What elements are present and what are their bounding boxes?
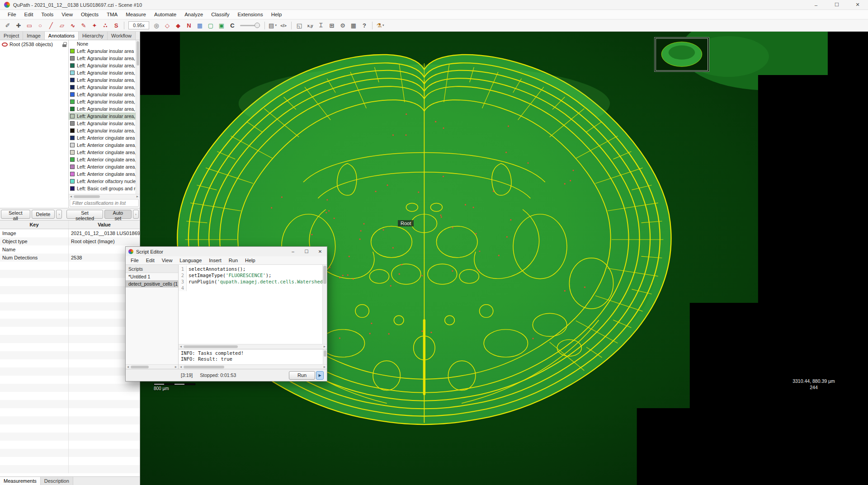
show-detections-icon[interactable]: ▢	[206, 20, 216, 30]
selection-mode-icon[interactable]: S	[111, 20, 121, 30]
brush-tool-icon[interactable]: ✎	[79, 20, 89, 30]
tab-annotations[interactable]: Annotations	[45, 32, 79, 40]
tab-workflow[interactable]: Workflow	[108, 32, 136, 40]
menu-help[interactable]: Help	[267, 10, 286, 19]
scroll-right-icon[interactable]: ►	[322, 365, 327, 369]
classification-item[interactable]: Left: Agranular insular area, d	[69, 84, 136, 91]
scroll-left-icon[interactable]: ◄	[69, 194, 73, 199]
extensions-icon[interactable]: ⚗▾	[375, 20, 385, 30]
menu-classify[interactable]: Classify	[207, 10, 233, 19]
menu-objects[interactable]: Objects	[77, 10, 103, 19]
minimize-button[interactable]: –	[806, 0, 826, 9]
script-menu-file[interactable]: File	[127, 258, 142, 263]
menu-analyze[interactable]: Analyze	[180, 10, 207, 19]
classification-item[interactable]: Left: Anterior cingulate area, d	[69, 149, 136, 156]
fill-detections-icon[interactable]: ▣	[217, 20, 226, 30]
script-editor-minimize-button[interactable]: –	[286, 247, 300, 256]
classification-item[interactable]: Left: Anterior cingulate area, d	[69, 141, 136, 149]
scroll-left-icon[interactable]: ◄	[179, 365, 183, 369]
scroll-left-icon[interactable]: ◄	[126, 365, 130, 369]
help-icon[interactable]: ?	[359, 20, 369, 30]
classification-item[interactable]: Left: Anterior cingulate area, d	[69, 170, 136, 178]
more-button[interactable]: ›	[56, 210, 62, 219]
show-location-icon[interactable]: x,y	[305, 20, 315, 30]
classification-list-vscrollbar[interactable]	[136, 40, 140, 194]
classification-item[interactable]: Left: Agranular insular area, d	[69, 69, 136, 76]
table-row[interactable]: Num Detections2538	[0, 254, 140, 262]
script-menu-insert[interactable]: Insert	[205, 258, 225, 263]
run-button[interactable]: Run	[289, 371, 315, 380]
show-names-icon[interactable]: N	[184, 20, 194, 30]
line-tool-icon[interactable]: ╱	[46, 20, 56, 30]
code-vscrollbar[interactable]	[322, 265, 327, 344]
table-row[interactable]: Image2021_01_12__0138 LUS018697.czi ...	[0, 229, 140, 237]
preferences-icon[interactable]: ⚙	[338, 20, 348, 30]
tab-description[interactable]: Description	[41, 477, 73, 485]
close-button[interactable]: ✕	[847, 0, 868, 9]
scripts-list[interactable]: *Untitled 1detect_positive_cells (1).gro	[126, 273, 178, 364]
classification-item[interactable]: Left: Agranular insular area, d	[69, 76, 136, 84]
menu-measure[interactable]: Measure	[122, 10, 150, 19]
tab-hierarchy[interactable]: Hierarchy	[79, 32, 108, 40]
script-menu-edit[interactable]: Edit	[142, 258, 158, 263]
points-tool-icon[interactable]: ∴	[100, 20, 110, 30]
scroll-right-icon[interactable]: ►	[322, 344, 327, 349]
script-menu-help[interactable]: Help	[241, 258, 259, 263]
run-options-button[interactable]: ▶	[316, 371, 324, 380]
polyline-tool-icon[interactable]: ∿	[68, 20, 78, 30]
tab-project[interactable]: Project	[0, 32, 23, 40]
polygon-tool-icon[interactable]: ▱	[57, 20, 67, 30]
more-button[interactable]: ›	[133, 210, 139, 219]
script-editor-icon[interactable]: </>	[278, 20, 288, 30]
tab-image[interactable]: Image	[23, 32, 45, 40]
tab-measurements[interactable]: Measurements	[0, 477, 41, 485]
scripts-hscrollbar[interactable]: ◄ ►	[126, 364, 178, 369]
script-editor-titlebar[interactable]: Script Editor – ☐ ✕	[126, 247, 327, 256]
script-editor-window[interactable]: Script Editor – ☐ ✕ FileEditViewLanguage…	[125, 246, 327, 381]
table-row[interactable]: Name	[0, 245, 140, 254]
menu-file[interactable]: File	[4, 10, 20, 19]
code-editor[interactable]: 1selectAnnotations();2setImageType('FLUO…	[179, 265, 327, 344]
classification-item[interactable]: Left: Agranular insular area, d	[69, 62, 136, 69]
magnification-field[interactable]: 0.95x	[128, 21, 149, 29]
classification-item[interactable]: Left: Anterior cingulate area, d	[69, 163, 136, 170]
fill-annotations-icon[interactable]: ◆	[173, 20, 183, 30]
pin-tool-icon[interactable]: ✐	[3, 20, 13, 30]
measurement-maps-icon[interactable]: ▤▾	[268, 20, 278, 30]
show-classes-icon[interactable]: C	[227, 20, 237, 30]
classification-item[interactable]: Left: Agranular insular area, v	[69, 127, 136, 134]
menu-edit[interactable]: Edit	[20, 10, 38, 19]
classification-item[interactable]: Left: Basic cell groups and reg	[69, 185, 136, 192]
menu-extensions[interactable]: Extensions	[233, 10, 267, 19]
classification-item[interactable]: Left: Agranular insular area, v	[69, 98, 136, 105]
slider-knob-icon[interactable]	[255, 23, 260, 28]
delete-button[interactable]: Delete	[32, 210, 55, 219]
classification-item[interactable]: Left: Agranular insular area, v	[69, 120, 136, 127]
zoom-to-fit-icon[interactable]: ◎	[151, 20, 161, 30]
scroll-right-icon[interactable]: ►	[135, 194, 140, 199]
menu-automate[interactable]: Automate	[150, 10, 180, 19]
script-editor-maximize-button[interactable]: ☐	[300, 247, 313, 256]
classification-item[interactable]: Left: Agranular insular area, d	[69, 91, 136, 98]
tma-grid-icon[interactable]: ▦	[195, 20, 205, 30]
rectangle-tool-icon[interactable]: ▭	[24, 20, 34, 30]
root-annotation-label[interactable]: Root	[398, 220, 414, 226]
opacity-slider[interactable]	[240, 20, 260, 30]
set-selected-button[interactable]: Set selected	[66, 210, 103, 219]
script-menu-view[interactable]: View	[158, 258, 176, 263]
script-menu-run[interactable]: Run	[225, 258, 241, 263]
move-tool-icon[interactable]: ✚	[14, 20, 24, 30]
classification-item[interactable]: Left: Anterior cingulate area	[69, 134, 136, 141]
script-list-item[interactable]: *Untitled 1	[126, 273, 178, 280]
maximize-button[interactable]: ☐	[826, 0, 847, 9]
console-vscrollbar[interactable]	[323, 349, 327, 364]
annotation-object-list[interactable]: Root (2538 objects)	[0, 40, 69, 208]
select-all-button[interactable]: Select all	[1, 210, 30, 219]
ellipse-tool-icon[interactable]: ○	[35, 20, 45, 30]
classification-item[interactable]: Left: Agranular insular area	[69, 47, 136, 55]
show-annotations-icon[interactable]: ◇	[162, 20, 172, 30]
classification-list[interactable]: NoneLeft: Agranular insular areaLeft: Ag…	[69, 40, 136, 194]
classification-item[interactable]: Left: Agranular insular area, v	[69, 105, 136, 113]
classification-list-hscrollbar[interactable]: ◄ ►	[69, 194, 140, 198]
scroll-right-icon[interactable]: ►	[174, 365, 178, 369]
